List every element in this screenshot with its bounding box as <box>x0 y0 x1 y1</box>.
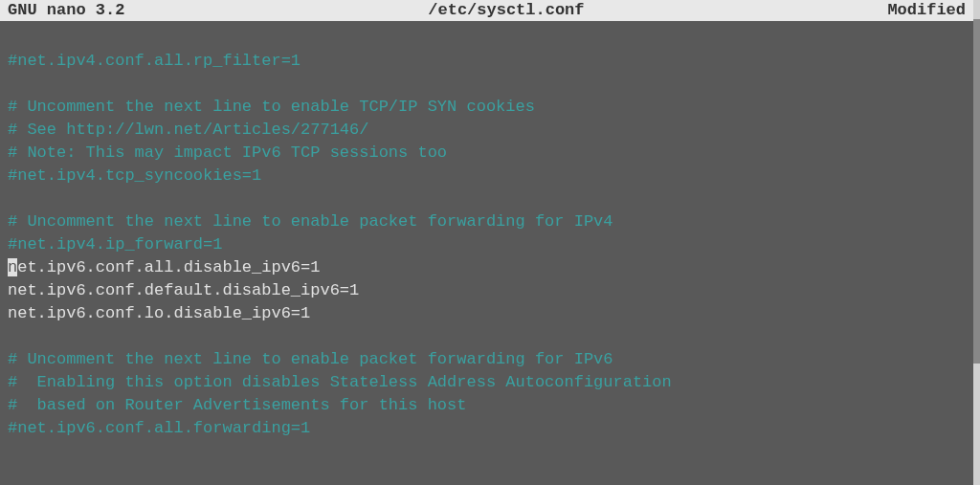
editor-line: #net.ipv4.ip_forward=1 <box>8 233 966 256</box>
editor-line: net.ipv6.conf.lo.disable_ipv6=1 <box>8 302 966 325</box>
editor-line <box>8 73 966 96</box>
editor-line <box>8 440 966 463</box>
editor-line: #net.ipv6.conf.all.forwarding=1 <box>8 417 966 440</box>
scrollbar-thumb[interactable] <box>973 19 980 364</box>
editor-line: # Enabling this option disables Stateles… <box>8 371 966 394</box>
editor-line: # Uncomment the next line to enable pack… <box>8 348 966 371</box>
editor-line: #net.ipv4.tcp_syncookies=1 <box>8 165 966 187</box>
scrollbar-track[interactable] <box>973 0 980 485</box>
cursor: n <box>8 258 17 276</box>
filename: /etc/sysctl.conf <box>124 0 887 21</box>
editor-line: # Note: This may impact IPv6 TCP session… <box>8 142 966 165</box>
modified-status: Modified <box>887 0 966 21</box>
editor-area[interactable]: #net.ipv4.conf.all.rp_filter=1 # Uncomme… <box>0 21 973 485</box>
editor-line <box>8 187 966 210</box>
titlebar: GNU nano 3.2 /etc/sysctl.conf Modified <box>0 0 973 21</box>
editor-line: # Uncomment the next line to enable TCP/… <box>8 96 966 119</box>
app-name: GNU nano 3.2 <box>8 0 124 21</box>
nano-editor[interactable]: GNU nano 3.2 /etc/sysctl.conf Modified #… <box>0 0 973 485</box>
editor-line: net.ipv6.conf.all.disable_ipv6=1 <box>8 256 966 279</box>
editor-line: # based on Router Advertisements for thi… <box>8 394 966 417</box>
editor-line: net.ipv6.conf.default.disable_ipv6=1 <box>8 279 966 302</box>
editor-line: #net.ipv4.conf.all.rp_filter=1 <box>8 50 966 73</box>
editor-line: # Uncomment the next line to enable pack… <box>8 210 966 233</box>
editor-line <box>8 325 966 348</box>
editor-line <box>8 27 966 50</box>
editor-line: # See http://lwn.net/Articles/277146/ <box>8 119 966 142</box>
